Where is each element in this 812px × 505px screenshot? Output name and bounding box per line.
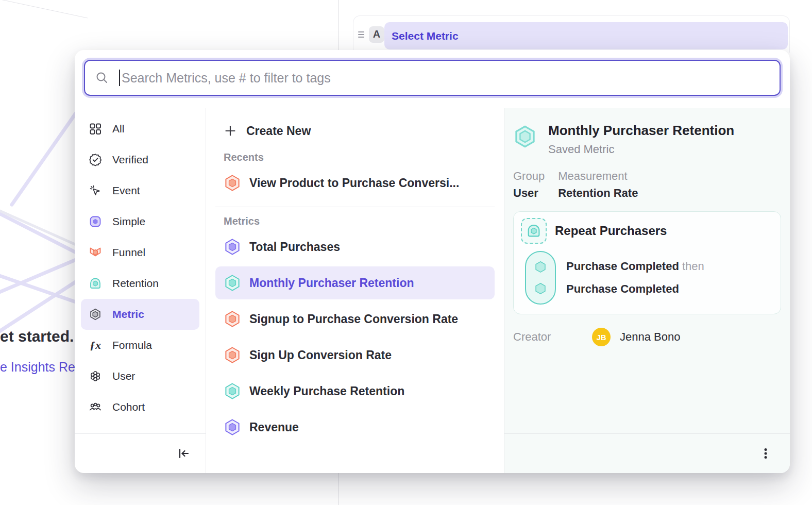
select-metric-button[interactable]: Select Metric [384, 22, 788, 49]
collapse-left-icon [176, 446, 191, 461]
cohort-icon [89, 400, 102, 414]
create-new-label: Create New [246, 124, 311, 138]
create-new-button[interactable]: Create New [215, 119, 495, 143]
metrics-header: Metrics [215, 215, 495, 227]
sidebar-item-label: Formula [112, 339, 152, 351]
measurement-value: Retention Rate [558, 187, 638, 200]
sidebar-item-simple[interactable]: Simple [81, 206, 199, 237]
creator-avatar: JB [592, 328, 611, 346]
metric-item-signup-to-purchase[interactable]: Signup to Purchase Conversion Rate [215, 302, 495, 335]
metric-picker-modal: Search Metrics, use # to filter to tags … [75, 50, 790, 473]
sidebar-item-label: Cohort [112, 401, 145, 413]
metric-item-sign-up-conversion[interactable]: Sign Up Conversion Rate [215, 339, 495, 372]
verified-badge-icon [89, 153, 102, 166]
sidebar-item-label: User [112, 370, 135, 382]
sidebar-item-all[interactable]: All [81, 113, 199, 144]
plus-icon [224, 124, 237, 138]
creator-row: Creator JB Jenna Bono [513, 328, 781, 346]
metric-hexagon-icon [89, 308, 102, 321]
funnel-icon [89, 246, 102, 259]
metric-item-label: View Product to Purchase Conversi... [249, 176, 459, 190]
sidebar-item-event[interactable]: Event [81, 175, 199, 206]
sidebar-item-verified[interactable]: Verified [81, 144, 199, 175]
purple-hexagon-icon [224, 238, 241, 256]
sidebar-item-user[interactable]: User [81, 361, 199, 392]
background-heading-fragment: et started. [0, 328, 74, 345]
measurement-label: Measurement [558, 170, 638, 183]
search-icon [95, 71, 109, 85]
detail-title: Monthly Purchaser Retention [548, 123, 734, 139]
sidebar-item-label: All [112, 123, 124, 135]
section-divider [215, 207, 495, 207]
group-value: User [513, 187, 545, 200]
sidebar-footer [75, 433, 206, 473]
sidebar-item-cohort[interactable]: Cohort [81, 392, 199, 423]
definition-step-2: Purchase Completed [566, 282, 704, 296]
recent-metric-item[interactable]: View Product to Purchase Conversi... [215, 166, 495, 199]
search-outer-glow: Search Metrics, use # to filter to tags [82, 58, 783, 98]
then-label: then [682, 260, 704, 273]
event-hexagon-icon [534, 260, 547, 274]
retention-icon [89, 277, 102, 290]
orange-hexagon-icon [224, 346, 241, 364]
metric-detail-panel: Monthly Purchaser Retention Saved Metric… [504, 108, 790, 473]
purple-hexagon-icon [224, 418, 241, 436]
detail-subtitle: Saved Metric [548, 143, 734, 156]
filter-sidebar: All Verified [75, 108, 206, 473]
event-sequence-pill [525, 251, 556, 305]
metric-row-card: A Select Metric [353, 15, 790, 53]
sidebar-item-metric[interactable]: Metric [81, 299, 199, 330]
metric-item-monthly-purchaser-retention[interactable]: Monthly Purchaser Retention [215, 266, 495, 299]
background-diagonal-line [0, 0, 88, 18]
metric-item-label: Revenue [249, 420, 299, 434]
metric-item-label: Weekly Purchase Retention [249, 384, 404, 398]
sidebar-item-label: Simple [112, 215, 145, 228]
sidebar-item-label: Funnel [112, 246, 145, 259]
kebab-menu-icon [759, 447, 772, 460]
search-input[interactable]: Search Metrics, use # to filter to tags [84, 60, 781, 96]
user-cluster-icon [89, 369, 102, 383]
orange-hexagon-icon [224, 174, 241, 192]
collapse-sidebar-button[interactable] [175, 445, 192, 462]
metric-item-weekly-purchase-retention[interactable]: Weekly Purchase Retention [215, 375, 495, 408]
search-placeholder: Search Metrics, use # to filter to tags [122, 71, 331, 86]
metric-item-revenue[interactable]: Revenue [215, 411, 495, 444]
definition-card: Repeat Purchasers Purchase Completed the [513, 211, 781, 314]
creator-name: Jenna Bono [620, 330, 680, 344]
definition-name: Repeat Purchasers [555, 224, 667, 238]
metric-item-label: Sign Up Conversion Rate [249, 348, 392, 362]
event-cursor-icon [89, 184, 102, 197]
recents-header: Recents [215, 152, 495, 163]
metric-item-total-purchases[interactable]: Total Purchases [215, 230, 495, 263]
orange-hexagon-icon [224, 310, 241, 328]
metric-letter-badge[interactable]: A [369, 26, 384, 43]
metric-item-label: Total Purchases [249, 240, 340, 254]
insights-report-link-fragment[interactable]: e Insights Re [0, 360, 75, 375]
metric-item-label: Monthly Purchaser Retention [249, 276, 414, 290]
metric-list-panel: Create New Recents View Product to Purch… [206, 108, 504, 473]
detail-footer [504, 433, 790, 473]
sidebar-item-label: Verified [112, 154, 148, 166]
text-cursor [119, 70, 120, 86]
event-hexagon-icon [534, 282, 547, 295]
grid-icon [89, 122, 102, 136]
decorative-line [0, 205, 83, 249]
simple-icon [89, 215, 102, 228]
sidebar-item-formula[interactable]: ƒx Formula [81, 330, 199, 361]
sidebar-item-funnel[interactable]: Funnel [81, 237, 199, 268]
drag-handle-icon[interactable] [358, 31, 365, 38]
decorative-line [9, 110, 79, 207]
sidebar-item-label: Retention [112, 277, 159, 290]
creator-label: Creator [513, 330, 592, 344]
sidebar-item-label: Event [112, 184, 140, 197]
teal-hexagon-icon [224, 382, 241, 400]
saved-metric-teal-hexagon-icon [513, 124, 537, 149]
teal-hexagon-icon [224, 274, 241, 292]
detail-meta: Group Measurement User Retention Rate [513, 170, 781, 200]
more-options-button[interactable] [757, 445, 774, 462]
retention-definition-icon [521, 218, 547, 244]
sidebar-item-retention[interactable]: Retention [81, 268, 199, 299]
metric-item-label: Signup to Purchase Conversion Rate [249, 312, 458, 326]
formula-icon: ƒx [89, 339, 102, 352]
definition-step-1: Purchase Completed then [566, 260, 704, 273]
